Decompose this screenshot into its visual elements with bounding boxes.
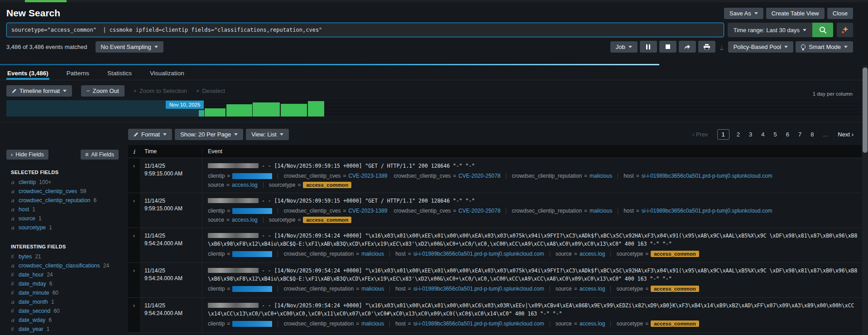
field-label-sourcetype[interactable]: sourcetype xyxy=(269,217,296,223)
field-label-host[interactable]: host xyxy=(623,208,634,214)
sourcetype-badge[interactable]: access_common xyxy=(303,182,351,188)
redacted-clientip-value[interactable] xyxy=(232,208,272,214)
timeline-bar-nov-10[interactable] xyxy=(205,108,225,117)
field-name-link[interactable]: bytes xyxy=(19,252,32,261)
export-download-icon[interactable]: ↓ xyxy=(720,44,723,50)
stop-button[interactable] xyxy=(659,41,676,53)
workload-pool-button[interactable]: Policy-Based Pool xyxy=(728,41,794,53)
field-value-link[interactable]: malicious xyxy=(590,208,612,214)
field-label-crowdsec_clientip_cves[interactable]: crowdsec_clientip_cves xyxy=(283,208,340,214)
field-name-link[interactable]: crowdsec_clientip_reputation xyxy=(19,196,91,205)
page-7[interactable]: 7 xyxy=(798,131,801,138)
hide-fields-button[interactable]: ‹Hide Fields xyxy=(6,150,48,160)
field-value-link[interactable]: si-i-01989bc3656c0a501.prd-p-tumj0.splun… xyxy=(642,208,772,214)
page-8[interactable]: 8 xyxy=(810,131,814,138)
per-page-button[interactable]: Show: 20 Per Page xyxy=(175,129,243,140)
field-value-link[interactable]: si-i-01989bc3656c0a501.prd-p-tumj0.splun… xyxy=(413,251,544,257)
field-item-clientip[interactable]: aclientip100+ xyxy=(11,178,125,187)
redacted-clientip-value[interactable] xyxy=(232,286,272,292)
field-item-crowdsec_clientip_cves[interactable]: acrowdsec_clientip_cves59 xyxy=(11,187,125,196)
field-label-clientip[interactable]: clientip xyxy=(208,320,225,327)
field-value-link[interactable]: si-i-01989bc3656c0a501.prd-p-tumj0.splun… xyxy=(642,173,772,179)
field-label-sourcetype[interactable]: sourcetype xyxy=(616,320,643,327)
redacted-clientip-value[interactable] xyxy=(232,173,272,179)
field-name-link[interactable]: date_minute xyxy=(19,288,49,297)
field-label-source[interactable]: source xyxy=(208,217,224,223)
field-label-crowdsec_clientip_reputation[interactable]: crowdsec_clientip_reputation xyxy=(512,173,582,179)
expand-chevron-icon[interactable]: › xyxy=(128,193,140,228)
all-fields-button[interactable]: ≡All Fields xyxy=(81,150,119,160)
format-button[interactable]: Format xyxy=(128,129,172,140)
field-name-link[interactable]: date_wday xyxy=(19,316,45,325)
page-2[interactable]: 2 xyxy=(737,131,740,138)
timeline-bar-nov-13[interactable] xyxy=(281,104,307,117)
field-item-host[interactable]: ahost1 xyxy=(11,205,125,214)
save-as-button[interactable]: Save As xyxy=(724,8,763,19)
field-label-source[interactable]: source xyxy=(556,286,572,292)
field-label-source[interactable]: source xyxy=(208,182,224,188)
page-4[interactable]: 4 xyxy=(761,131,764,138)
timeline-bar-nov-10-partial[interactable] xyxy=(199,110,204,117)
field-name-link[interactable]: date_month xyxy=(19,297,48,306)
field-item-date_minute[interactable]: #date_minute60 xyxy=(11,288,125,297)
field-label-sourcetype[interactable]: sourcetype xyxy=(269,182,296,188)
expand-chevron-icon[interactable]: › xyxy=(128,158,140,193)
field-label-clientip[interactable]: clientip xyxy=(208,286,225,292)
field-item-date_year[interactable]: #date_year1 xyxy=(11,325,125,334)
tab-visualization[interactable]: Visualization xyxy=(149,69,185,80)
field-value-link[interactable]: CVE-2020-25078 xyxy=(459,208,501,214)
field-value-link[interactable]: access.log xyxy=(232,217,258,223)
field-label-host[interactable]: host xyxy=(395,251,406,257)
sourcetype-badge[interactable]: access_common xyxy=(303,217,351,223)
sourcetype-badge[interactable]: access_common xyxy=(651,251,699,257)
zoom-out-button[interactable]: −Zoom Out xyxy=(81,85,124,97)
timeline-bar-nov-14[interactable] xyxy=(308,101,324,117)
field-name-link[interactable]: sourcetype xyxy=(19,223,46,232)
print-button[interactable] xyxy=(698,41,715,53)
field-label-source[interactable]: source xyxy=(556,251,572,257)
field-name-link[interactable]: date_hour xyxy=(19,270,43,279)
field-label-clientip[interactable]: clientip xyxy=(208,251,225,257)
field-label-sourcetype[interactable]: sourcetype xyxy=(616,251,643,257)
field-label-host[interactable]: host xyxy=(395,320,406,327)
field-label-source[interactable]: source xyxy=(556,320,572,327)
pause-button[interactable] xyxy=(640,41,657,53)
field-value-link[interactable]: si-i-01989bc3656c0a501.prd-p-tumj0.splun… xyxy=(413,320,544,327)
field-label-sourcetype[interactable]: sourcetype xyxy=(616,286,643,292)
timeline-format-button[interactable]: Timeline format xyxy=(6,85,72,97)
field-label-clientip[interactable]: clientip xyxy=(208,208,225,214)
field-value-link[interactable]: malicious xyxy=(361,286,384,292)
view-mode-button[interactable]: View: List xyxy=(246,129,288,140)
field-value-link[interactable]: access.log xyxy=(580,286,605,292)
field-label-clientip[interactable]: clientip xyxy=(208,173,225,179)
field-label-crowdsec_clientip_reputation[interactable]: crowdsec_clientip_reputation xyxy=(283,320,354,327)
time-range-picker[interactable]: Time range: Last 30 days xyxy=(728,23,812,37)
field-item-crowdsec_clientip_classifications[interactable]: acrowdsec_clientip_classifications24 xyxy=(11,261,125,270)
field-item-date_wday[interactable]: adate_wday6 xyxy=(11,316,125,325)
close-button[interactable]: Close xyxy=(827,8,853,19)
field-name-link[interactable]: source xyxy=(19,214,35,223)
field-label-crowdsec_clientip_cves[interactable]: crowdsec_clientip_cves xyxy=(394,208,451,214)
field-item-source[interactable]: asource1 xyxy=(11,214,125,223)
page-1[interactable]: 1 xyxy=(717,129,729,140)
field-item-date_mday[interactable]: #date_mday6 xyxy=(11,279,125,288)
sourcetype-badge[interactable]: access_common xyxy=(651,320,699,327)
event-sampling-button[interactable]: No Event Sampling xyxy=(96,41,163,53)
page-3[interactable]: 3 xyxy=(749,131,752,138)
field-value-link[interactable]: access.log xyxy=(580,320,605,327)
expand-chevron-icon[interactable]: › xyxy=(128,228,140,262)
field-label-host[interactable]: host xyxy=(623,173,634,179)
field-name-link[interactable]: crowdsec_clientip_cves xyxy=(19,187,77,196)
timeline-bar-nov-11[interactable] xyxy=(226,104,252,117)
field-item-date_second[interactable]: #date_second60 xyxy=(11,306,125,316)
page-5[interactable]: 5 xyxy=(774,131,777,138)
field-label-crowdsec_clientip_reputation[interactable]: crowdsec_clientip_reputation xyxy=(283,251,354,257)
field-value-link[interactable]: CVE-2023-1389 xyxy=(348,173,387,179)
field-value-link[interactable]: CVE-2020-25078 xyxy=(459,173,501,179)
field-item-crowdsec_clientip_reputation[interactable]: acrowdsec_clientip_reputation6 xyxy=(11,196,125,205)
field-value-link[interactable]: malicious xyxy=(361,320,384,327)
vertical-scrollbar[interactable] xyxy=(862,66,868,335)
job-menu-button[interactable]: Job xyxy=(610,41,638,53)
create-table-view-button[interactable]: Create Table View xyxy=(766,8,825,19)
field-name-link[interactable]: date_mday xyxy=(19,279,46,288)
